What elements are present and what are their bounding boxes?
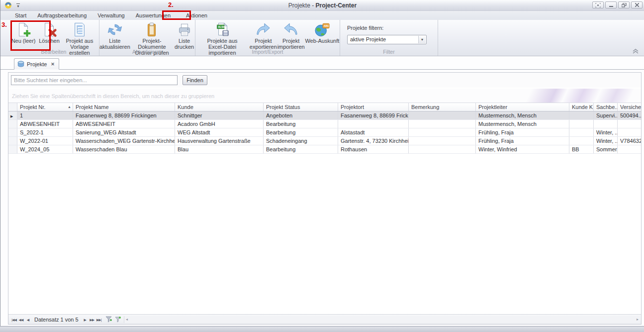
table-cell: Wasserschaden Blau <box>73 145 175 153</box>
template-document-icon <box>72 22 87 37</box>
group-by-area[interactable]: Ziehen Sie eine Spaltenüberschrift in di… <box>8 89 641 103</box>
row-indicator <box>8 145 17 153</box>
column-header-label: Versiche... <box>620 104 641 110</box>
column-header[interactable]: Projekt Nr.▲ <box>17 103 73 111</box>
filter-editor-icon[interactable] <box>105 316 112 323</box>
table-cell: S_2022-1 <box>17 128 73 136</box>
close-button[interactable] <box>631 1 643 8</box>
column-header-label: Kunde <box>178 104 193 110</box>
nav-prev-page-button[interactable]: ◀◀ <box>17 317 24 323</box>
tab-auftragsbearbeitung[interactable]: Auftragsbearbeitung <box>32 11 92 19</box>
table-cell: Frühling, Fraja <box>476 128 569 136</box>
table-cell: Schnittger <box>175 111 264 119</box>
table-cell <box>569 137 594 145</box>
refresh-icon <box>107 22 122 37</box>
tab-verwaltung[interactable]: Verwaltung <box>92 11 130 19</box>
table-cell: Fasanenweg 8, 88699 Frickingen <box>338 111 409 119</box>
restore-button[interactable] <box>618 1 630 8</box>
table-cell: Bearbeitung <box>264 145 338 153</box>
table-cell: Fasanenweg 8, 88699 Frickingen <box>73 111 175 119</box>
column-header[interactable]: Kunde K... <box>569 103 594 111</box>
projekt-exportieren-label: Projekt exportieren <box>250 38 277 50</box>
projekte-filtern-value: aktive Projekte <box>350 36 386 42</box>
table-cell: Mustermensch, Mensch <box>476 111 569 119</box>
group-caption-import-export: Import/Export <box>195 49 340 55</box>
column-header[interactable]: Projektort <box>338 103 409 111</box>
document-tab-strip: Projekte ✕ <box>0 56 644 70</box>
table-cell: Wasserschaden_WEG Gartenstr-Kirchheim <box>73 137 175 145</box>
search-input[interactable] <box>11 75 178 85</box>
grid-header-row: Projekt Nr.▲Projekt NameKundeProjekt Sta… <box>8 103 641 111</box>
column-header[interactable]: Projekt Name <box>73 103 175 111</box>
document-tab-label: Projekte <box>27 61 47 67</box>
column-header[interactable]: Projektleiter <box>476 103 569 111</box>
table-cell: Alstastadt <box>338 128 409 136</box>
table-cell: 500494... <box>618 111 641 119</box>
printer-icon <box>177 22 192 37</box>
nav-last-button[interactable]: ▶▶| <box>95 317 102 323</box>
ribbon-group-aktualisieren: Liste aktualisieren Projekt-Dokumente Or… <box>99 20 195 56</box>
tab-start[interactable]: Start <box>9 11 32 19</box>
group-by-hint: Ziehen Sie eine Spaltenüberschrift in di… <box>12 93 214 99</box>
column-header[interactable]: Kunde <box>175 103 264 111</box>
column-header[interactable]: Bemerkung <box>409 103 476 111</box>
row-indicator <box>8 137 17 145</box>
table-cell: Schadeneingang <box>264 137 338 145</box>
table-row[interactable]: S_2022-1Sanierung_WEG AltstadtWEG Altsta… <box>8 128 641 137</box>
table-cell: Winter, ... <box>594 137 618 145</box>
column-header[interactable]: Versiche... <box>618 103 641 111</box>
table-cell <box>409 111 476 119</box>
annotation-box-aktionen <box>162 10 191 20</box>
table-cell: 1 <box>17 111 73 119</box>
tab-close-icon[interactable]: ✕ <box>51 62 55 67</box>
table-cell: Frühling, Fraja <box>476 137 569 145</box>
projekte-filtern-combobox[interactable]: aktive Projekte ▼ <box>347 35 427 44</box>
column-header-label: Projekt Nr. <box>20 104 45 110</box>
column-header[interactable]: Projekt Status <box>264 103 338 111</box>
screenshot-button[interactable] <box>592 1 604 8</box>
table-row[interactable]: ABWESENHEITABWESENHEITAcadoro GmbHBearbe… <box>8 120 641 128</box>
svg-text:XLSX: XLSX <box>218 25 225 28</box>
table-cell: Sanierung_WEG Altstadt <box>73 128 175 136</box>
scroll-right-icon[interactable]: ▸ <box>637 317 639 322</box>
table-cell: Sommer... <box>594 145 618 153</box>
table-cell <box>409 137 476 145</box>
projekte-filtern-label: Projekte filtern: <box>347 25 383 31</box>
table-cell: Angeboten <box>264 111 338 119</box>
table-row[interactable]: W_2024_05Wasserschaden BlauBlauBearbeitu… <box>8 145 641 154</box>
window-bottom-frame <box>0 326 644 332</box>
projekt-exportieren-button[interactable]: Projekt exportieren <box>249 21 277 50</box>
liste-aktualisieren-button[interactable]: Liste aktualisieren <box>99 21 130 50</box>
nav-prev-record-button[interactable]: ◀ <box>24 317 31 323</box>
ribbon: Neu (leer) Löschen <box>0 20 644 56</box>
web-auskunft-label: Web-Auskunft <box>305 38 339 44</box>
nav-next-record-button[interactable]: ▶ <box>82 317 89 323</box>
chevron-down-icon[interactable]: ▼ <box>418 36 426 43</box>
row-indicator: ▶ <box>8 111 17 119</box>
search-row: Finden <box>8 73 641 88</box>
minimize-button[interactable] <box>605 1 617 8</box>
horizontal-scrollbar[interactable]: ◂ ▸ <box>124 316 640 323</box>
web-auskunft-button[interactable]: ABC Web-Auskunft <box>305 21 340 44</box>
ribbon-group-filter: Projekte filtern: aktive Projekte ▼ Filt… <box>340 20 438 56</box>
nav-first-button[interactable]: |◀◀ <box>10 317 17 323</box>
column-header[interactable]: Sachbe... <box>594 103 618 111</box>
liste-drucken-label: Liste drucken <box>175 38 194 50</box>
nav-next-page-button[interactable]: ▶▶ <box>89 317 95 323</box>
ribbon-collapse-icon[interactable] <box>632 48 640 54</box>
find-button[interactable]: Finden <box>183 75 207 85</box>
scroll-left-icon[interactable]: ◂ <box>126 317 128 322</box>
row-indicator <box>8 120 17 128</box>
filter-icon[interactable] <box>114 316 121 323</box>
liste-drucken-button[interactable]: Liste drucken <box>174 21 195 50</box>
projekt-importieren-button[interactable]: Projekt importieren <box>277 21 305 50</box>
group-caption-aktualisieren: Aktualisieren <box>99 49 195 55</box>
table-row[interactable]: ▶1Fasanenweg 8, 88699 FrickingenSchnittg… <box>8 111 641 120</box>
window-title: Projekte - Project-Center <box>0 2 644 9</box>
svg-text:ABC: ABC <box>324 24 329 27</box>
column-header-label: Bemerkung <box>411 104 439 110</box>
table-row[interactable]: W_2022-01Wasserschaden_WEG Gartenstr-Kir… <box>8 137 641 145</box>
table-cell: V784632 <box>618 137 641 145</box>
table-cell: Mustermensch, Mensch <box>476 120 569 128</box>
document-tab-projekte[interactable]: Projekte ✕ <box>14 58 59 70</box>
